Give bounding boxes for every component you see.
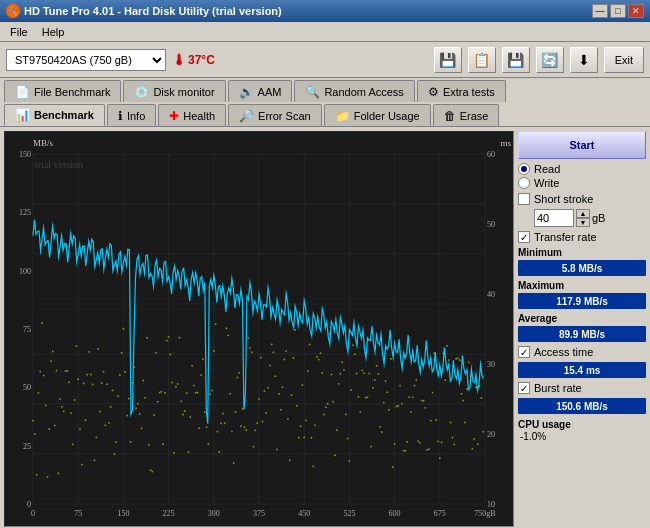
tab-aam-label: AAM	[258, 86, 282, 98]
disk-dropdown[interactable]: ST9750420AS (750 gB)	[6, 49, 166, 71]
minimize-button[interactable]: —	[592, 4, 608, 18]
toolbar-btn-4[interactable]: 🔄	[536, 47, 564, 73]
average-bar: 89.9 MB/s	[518, 326, 646, 342]
minimum-bar: 5.8 MB/s	[518, 260, 646, 276]
thermometer-icon: 🌡	[172, 52, 186, 68]
maximize-button[interactable]: □	[610, 4, 626, 18]
chart-container: MB/s ms trial version	[4, 131, 514, 527]
cpu-usage-section: CPU usage -1.0%	[518, 418, 646, 442]
tab-erase[interactable]: 🗑 Erase	[433, 104, 500, 126]
access-time-value: 15.4 ms	[564, 365, 601, 376]
benchmark-icon: 📊	[15, 108, 30, 122]
temperature-value: 37°C	[188, 53, 215, 67]
spin-up-button[interactable]: ▲	[576, 209, 590, 218]
tab-benchmark-label: Benchmark	[34, 109, 94, 121]
tab-disk-monitor-label: Disk monitor	[153, 86, 214, 98]
close-button[interactable]: ✕	[628, 4, 644, 18]
tab-benchmark[interactable]: 📊 Benchmark	[4, 104, 105, 126]
transfer-rate-item[interactable]: Transfer rate	[518, 231, 646, 243]
minimum-value: 5.8 MB/s	[562, 263, 603, 274]
aam-icon: 🔊	[239, 85, 254, 99]
transfer-rate-checkbox[interactable]	[518, 231, 530, 243]
tab-aam[interactable]: 🔊 AAM	[228, 80, 293, 102]
toolbar-btn-1[interactable]: 💾	[434, 47, 462, 73]
tabs-row1: 📄 File Benchmark 💿 Disk monitor 🔊 AAM 🔍 …	[0, 78, 650, 102]
tab-folder-usage-label: Folder Usage	[354, 110, 420, 122]
tab-file-benchmark[interactable]: 📄 File Benchmark	[4, 80, 121, 102]
erase-icon: 🗑	[444, 109, 456, 123]
title-bar-left: 🔧 HD Tune Pro 4.01 - Hard Disk Utility (…	[6, 4, 282, 18]
toolbar-btn-3[interactable]: 💾	[502, 47, 530, 73]
read-radio[interactable]	[518, 163, 530, 175]
exit-button[interactable]: Exit	[604, 47, 644, 73]
spin-down-button[interactable]: ▼	[576, 218, 590, 227]
access-time-section: 15.4 ms	[518, 362, 646, 378]
tab-health-label: Health	[183, 110, 215, 122]
benchmark-chart	[5, 132, 513, 526]
transfer-rate-label: Transfer rate	[534, 231, 597, 243]
tab-file-benchmark-label: File Benchmark	[34, 86, 110, 98]
read-write-group: Read Write	[518, 163, 646, 189]
stroke-input-row: ▲ ▼ gB	[518, 209, 646, 227]
burst-rate-label: Burst rate	[534, 382, 582, 394]
write-radio-item[interactable]: Write	[518, 177, 646, 189]
file-benchmark-icon: 📄	[15, 85, 30, 99]
menu-file[interactable]: File	[4, 25, 34, 39]
temperature-display: 🌡 37°C	[172, 52, 215, 68]
cpu-value: -1.0%	[518, 431, 546, 442]
spin-buttons: ▲ ▼	[576, 209, 590, 227]
toolbar-btn-2[interactable]: 📋	[468, 47, 496, 73]
tab-info[interactable]: ℹ Info	[107, 104, 156, 126]
title-buttons: — □ ✕	[592, 4, 644, 18]
cpu-label: CPU usage	[518, 419, 571, 430]
tab-extra-tests[interactable]: ⚙ Extra tests	[417, 80, 506, 102]
read-label: Read	[534, 163, 560, 175]
burst-rate-bar: 150.6 MB/s	[518, 398, 646, 414]
menu-help[interactable]: Help	[36, 25, 71, 39]
gb-label: gB	[592, 212, 605, 224]
burst-rate-checkbox[interactable]	[518, 382, 530, 394]
access-time-checkbox[interactable]	[518, 346, 530, 358]
short-stroke-label: Short stroke	[534, 193, 593, 205]
maximum-label: Maximum	[518, 280, 646, 291]
menu-bar: File Help	[0, 22, 650, 42]
app-icon: 🔧	[6, 4, 20, 18]
write-radio[interactable]	[518, 177, 530, 189]
disk-monitor-icon: 💿	[134, 85, 149, 99]
maximum-section: Maximum 117.9 MB/s	[518, 280, 646, 309]
minimum-label: Minimum	[518, 247, 646, 258]
tab-error-scan-label: Error Scan	[258, 110, 311, 122]
tab-folder-usage[interactable]: 📁 Folder Usage	[324, 104, 431, 126]
access-time-bar: 15.4 ms	[518, 362, 646, 378]
access-time-item[interactable]: Access time	[518, 346, 646, 358]
tab-error-scan[interactable]: 🔎 Error Scan	[228, 104, 322, 126]
info-icon: ℹ	[118, 109, 123, 123]
read-radio-item[interactable]: Read	[518, 163, 646, 175]
average-section: Average 89.9 MB/s	[518, 313, 646, 342]
short-stroke-item[interactable]: Short stroke	[518, 193, 646, 205]
minimum-section: Minimum 5.8 MB/s	[518, 247, 646, 276]
write-label: Write	[534, 177, 559, 189]
start-button[interactable]: Start	[518, 131, 646, 159]
average-value: 89.9 MB/s	[559, 329, 605, 340]
folder-usage-icon: 📁	[335, 109, 350, 123]
toolbar: ST9750420AS (750 gB) 🌡 37°C 💾 📋 💾 🔄 ⬇ Ex…	[0, 42, 650, 78]
tab-random-access[interactable]: 🔍 Random Access	[294, 80, 414, 102]
tabs-row1-container: 📄 File Benchmark 💿 Disk monitor 🔊 AAM 🔍 …	[0, 78, 650, 127]
error-scan-icon: 🔎	[239, 109, 254, 123]
disk-select-group: ST9750420AS (750 gB)	[6, 49, 166, 71]
toolbar-btn-5[interactable]: ⬇	[570, 47, 598, 73]
stroke-value-input[interactable]	[534, 209, 574, 227]
tabs-row2: 📊 Benchmark ℹ Info ✚ Health 🔎 Error Scan…	[0, 102, 650, 126]
tab-erase-label: Erase	[460, 110, 489, 122]
random-access-icon: 🔍	[305, 85, 320, 99]
tab-health[interactable]: ✚ Health	[158, 104, 226, 126]
window-title: HD Tune Pro 4.01 - Hard Disk Utility (tr…	[24, 5, 282, 17]
burst-rate-value: 150.6 MB/s	[556, 401, 608, 412]
burst-rate-item[interactable]: Burst rate	[518, 382, 646, 394]
health-icon: ✚	[169, 109, 179, 123]
maximum-bar: 117.9 MB/s	[518, 293, 646, 309]
extra-tests-icon: ⚙	[428, 85, 439, 99]
tab-disk-monitor[interactable]: 💿 Disk monitor	[123, 80, 225, 102]
short-stroke-checkbox[interactable]	[518, 193, 530, 205]
